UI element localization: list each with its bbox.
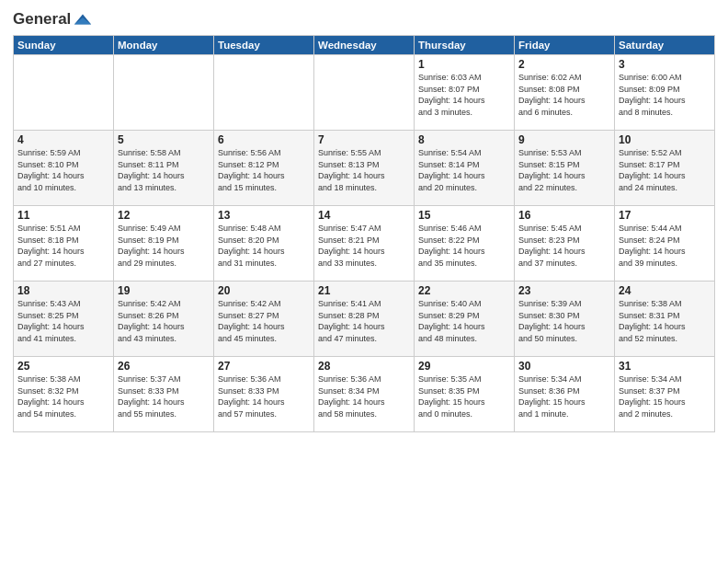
- day-info: Sunrise: 5:42 AMSunset: 8:26 PMDaylight:…: [118, 298, 210, 344]
- logo-text: General: [13, 9, 93, 29]
- calendar-week-5: 25Sunrise: 5:38 AMSunset: 8:32 PMDayligh…: [14, 357, 715, 432]
- day-number: 17: [619, 209, 711, 222]
- calendar-cell: 6Sunrise: 5:56 AMSunset: 8:12 PMDaylight…: [214, 131, 314, 206]
- day-number: 25: [17, 360, 109, 373]
- day-number: 9: [518, 133, 610, 146]
- calendar-header-row: SundayMondayTuesdayWednesdayThursdayFrid…: [14, 36, 715, 55]
- calendar-cell: 2Sunrise: 6:02 AMSunset: 8:08 PMDaylight…: [515, 55, 615, 131]
- day-number: 11: [17, 209, 109, 222]
- calendar-cell: 22Sunrise: 5:40 AMSunset: 8:29 PMDayligh…: [415, 282, 515, 357]
- day-info: Sunrise: 5:40 AMSunset: 8:29 PMDaylight:…: [418, 298, 510, 344]
- calendar-cell: 8Sunrise: 5:54 AMSunset: 8:14 PMDaylight…: [415, 131, 515, 206]
- day-header-monday: Monday: [114, 36, 214, 55]
- calendar-cell: 1Sunrise: 6:03 AMSunset: 8:07 PMDaylight…: [415, 55, 515, 131]
- calendar-cell: 16Sunrise: 5:45 AMSunset: 8:23 PMDayligh…: [515, 206, 615, 282]
- day-info: Sunrise: 5:54 AMSunset: 8:14 PMDaylight:…: [418, 147, 510, 193]
- calendar-cell: 3Sunrise: 6:00 AMSunset: 8:09 PMDaylight…: [615, 55, 715, 131]
- day-info: Sunrise: 5:34 AMSunset: 8:37 PMDaylight:…: [619, 373, 711, 419]
- day-info: Sunrise: 5:59 AMSunset: 8:10 PMDaylight:…: [17, 147, 109, 193]
- day-header-friday: Friday: [515, 36, 615, 55]
- day-info: Sunrise: 5:41 AMSunset: 8:28 PMDaylight:…: [318, 298, 410, 344]
- day-number: 26: [118, 360, 210, 373]
- logo-icon: [73, 9, 93, 29]
- day-number: 13: [218, 209, 310, 222]
- calendar-cell: 18Sunrise: 5:43 AMSunset: 8:25 PMDayligh…: [14, 282, 114, 357]
- calendar-cell: 27Sunrise: 5:36 AMSunset: 8:33 PMDayligh…: [214, 357, 314, 432]
- day-number: 7: [318, 133, 410, 146]
- day-number: 27: [218, 360, 310, 373]
- day-number: 20: [218, 284, 310, 297]
- calendar-cell: 7Sunrise: 5:55 AMSunset: 8:13 PMDaylight…: [314, 131, 415, 206]
- day-info: Sunrise: 5:51 AMSunset: 8:18 PMDaylight:…: [17, 223, 109, 269]
- calendar-cell: 26Sunrise: 5:37 AMSunset: 8:33 PMDayligh…: [114, 357, 214, 432]
- day-info: Sunrise: 5:53 AMSunset: 8:15 PMDaylight:…: [518, 147, 610, 193]
- day-number: 19: [118, 284, 210, 297]
- calendar: SundayMondayTuesdayWednesdayThursdayFrid…: [13, 35, 715, 432]
- day-info: Sunrise: 5:52 AMSunset: 8:17 PMDaylight:…: [619, 147, 711, 193]
- day-number: 24: [619, 284, 711, 297]
- calendar-cell: [314, 55, 415, 131]
- day-info: Sunrise: 5:58 AMSunset: 8:11 PMDaylight:…: [118, 147, 210, 193]
- day-info: Sunrise: 6:03 AMSunset: 8:07 PMDaylight:…: [418, 72, 510, 118]
- calendar-cell: [114, 55, 214, 131]
- day-number: 30: [518, 360, 610, 373]
- day-info: Sunrise: 5:46 AMSunset: 8:22 PMDaylight:…: [418, 223, 510, 269]
- svg-marker-1: [74, 17, 91, 24]
- page: General SundayMondayTuesdayWednesdayThur…: [0, 0, 728, 563]
- day-info: Sunrise: 5:55 AMSunset: 8:13 PMDaylight:…: [318, 147, 410, 193]
- day-number: 1: [418, 58, 510, 71]
- header: General: [13, 9, 715, 29]
- day-info: Sunrise: 5:36 AMSunset: 8:33 PMDaylight:…: [218, 373, 310, 419]
- calendar-cell: 21Sunrise: 5:41 AMSunset: 8:28 PMDayligh…: [314, 282, 415, 357]
- day-number: 15: [418, 209, 510, 222]
- day-info: Sunrise: 5:43 AMSunset: 8:25 PMDaylight:…: [17, 298, 109, 344]
- day-info: Sunrise: 5:47 AMSunset: 8:21 PMDaylight:…: [318, 223, 410, 269]
- calendar-cell: 17Sunrise: 5:44 AMSunset: 8:24 PMDayligh…: [615, 206, 715, 282]
- calendar-cell: 23Sunrise: 5:39 AMSunset: 8:30 PMDayligh…: [515, 282, 615, 357]
- calendar-cell: 24Sunrise: 5:38 AMSunset: 8:31 PMDayligh…: [615, 282, 715, 357]
- day-info: Sunrise: 6:02 AMSunset: 8:08 PMDaylight:…: [518, 72, 610, 118]
- day-info: Sunrise: 5:45 AMSunset: 8:23 PMDaylight:…: [518, 223, 610, 269]
- day-info: Sunrise: 5:56 AMSunset: 8:12 PMDaylight:…: [218, 147, 310, 193]
- day-info: Sunrise: 5:38 AMSunset: 8:31 PMDaylight:…: [619, 298, 711, 344]
- calendar-week-2: 4Sunrise: 5:59 AMSunset: 8:10 PMDaylight…: [14, 131, 715, 206]
- day-number: 22: [418, 284, 510, 297]
- day-number: 14: [318, 209, 410, 222]
- day-header-thursday: Thursday: [415, 36, 515, 55]
- calendar-cell: 12Sunrise: 5:49 AMSunset: 8:19 PMDayligh…: [114, 206, 214, 282]
- calendar-week-3: 11Sunrise: 5:51 AMSunset: 8:18 PMDayligh…: [14, 206, 715, 282]
- calendar-week-1: 1Sunrise: 6:03 AMSunset: 8:07 PMDaylight…: [14, 55, 715, 131]
- day-info: Sunrise: 5:48 AMSunset: 8:20 PMDaylight:…: [218, 223, 310, 269]
- calendar-cell: 29Sunrise: 5:35 AMSunset: 8:35 PMDayligh…: [415, 357, 515, 432]
- calendar-cell: 5Sunrise: 5:58 AMSunset: 8:11 PMDaylight…: [114, 131, 214, 206]
- day-number: 12: [118, 209, 210, 222]
- day-info: Sunrise: 5:37 AMSunset: 8:33 PMDaylight:…: [118, 373, 210, 419]
- day-info: Sunrise: 5:49 AMSunset: 8:19 PMDaylight:…: [118, 223, 210, 269]
- calendar-cell: [214, 55, 314, 131]
- day-info: Sunrise: 5:44 AMSunset: 8:24 PMDaylight:…: [619, 223, 711, 269]
- day-info: Sunrise: 6:00 AMSunset: 8:09 PMDaylight:…: [619, 72, 711, 118]
- day-info: Sunrise: 5:35 AMSunset: 8:35 PMDaylight:…: [418, 373, 510, 419]
- calendar-cell: 11Sunrise: 5:51 AMSunset: 8:18 PMDayligh…: [14, 206, 114, 282]
- calendar-cell: 9Sunrise: 5:53 AMSunset: 8:15 PMDaylight…: [515, 131, 615, 206]
- calendar-cell: 25Sunrise: 5:38 AMSunset: 8:32 PMDayligh…: [14, 357, 114, 432]
- calendar-cell: 15Sunrise: 5:46 AMSunset: 8:22 PMDayligh…: [415, 206, 515, 282]
- day-number: 5: [118, 133, 210, 146]
- calendar-cell: 13Sunrise: 5:48 AMSunset: 8:20 PMDayligh…: [214, 206, 314, 282]
- calendar-cell: 30Sunrise: 5:34 AMSunset: 8:36 PMDayligh…: [515, 357, 615, 432]
- day-info: Sunrise: 5:34 AMSunset: 8:36 PMDaylight:…: [518, 373, 610, 419]
- day-number: 4: [17, 133, 109, 146]
- day-number: 16: [518, 209, 610, 222]
- day-header-tuesday: Tuesday: [214, 36, 314, 55]
- logo: General: [13, 9, 93, 29]
- calendar-cell: [14, 55, 114, 131]
- calendar-cell: 19Sunrise: 5:42 AMSunset: 8:26 PMDayligh…: [114, 282, 214, 357]
- day-number: 31: [619, 360, 711, 373]
- day-number: 23: [518, 284, 610, 297]
- calendar-cell: 20Sunrise: 5:42 AMSunset: 8:27 PMDayligh…: [214, 282, 314, 357]
- day-number: 21: [318, 284, 410, 297]
- day-header-sunday: Sunday: [14, 36, 114, 55]
- day-number: 28: [318, 360, 410, 373]
- logo-general: General: [13, 10, 71, 29]
- day-number: 29: [418, 360, 510, 373]
